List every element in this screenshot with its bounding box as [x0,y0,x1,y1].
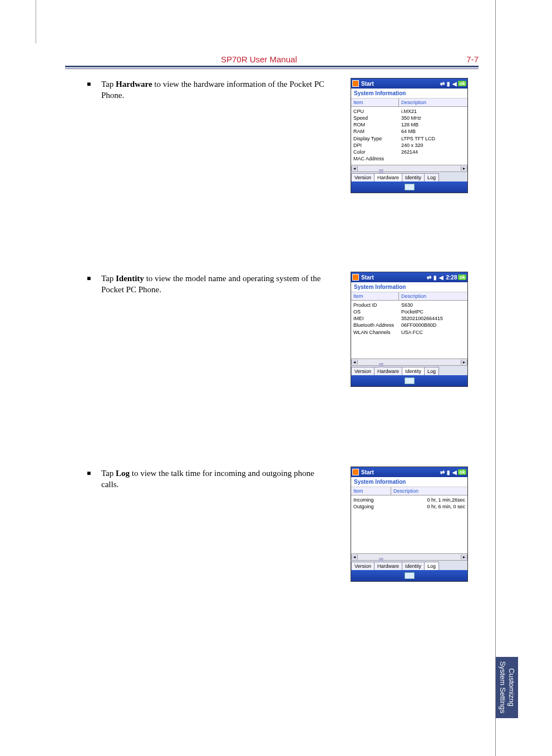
table-row: LTPS TFT LCD [401,135,465,142]
col-item: Item [351,487,391,495]
table-row: 0 hr, 1 min,26sec [393,497,465,503]
horizontal-scrollbar[interactable]: ◂ ▸ [351,553,467,560]
tab-bar: Version Hardware Identity Log [351,365,467,375]
scroll-right-icon[interactable]: ▸ [461,166,467,171]
table-row: S630 [401,302,465,308]
signal-icon[interactable]: ▮ [447,81,450,87]
tab-version[interactable]: Version [351,562,374,570]
signal-icon[interactable]: ▮ [433,274,437,281]
table-row: Color [353,149,397,155]
table-row: PocketPC [401,308,465,315]
bullet-icon: ■ [87,469,91,478]
bullet-3-text: Tap Log to view the talk time for incomi… [101,468,329,490]
table-row: USA FCC [401,329,465,336]
bullet-icon: ■ [87,80,91,89]
tab-hardware[interactable]: Hardware [374,562,402,570]
table-row: DPI [353,142,397,149]
speaker-icon[interactable]: ◀ [452,81,457,87]
screenshot-hardware: Start ⇄ ▮ ◀ ok System Information Item D… [351,78,468,193]
window-subtitle: System Information [351,282,467,292]
tab-log[interactable]: Log [424,367,439,375]
horizontal-scrollbar[interactable]: ◂ ▸ [351,359,467,365]
col-description: Description [399,292,467,301]
connectivity-icon[interactable]: ⇄ [440,469,445,475]
table-row: IMEI [353,315,397,322]
start-flag-icon[interactable] [352,469,359,475]
start-flag-icon[interactable] [352,274,359,281]
right-vertical-rule [495,0,496,756]
column-headers: Item Description [351,487,467,495]
ok-button[interactable]: ok [458,81,466,86]
table-row: 352021002664415 [401,315,465,322]
table-row: Product ID [353,302,397,308]
info-desc-col: i.MX21 350 MHz 128 MB 64 MB LTPS TFT LCD… [399,107,467,165]
ok-button[interactable]: ok [458,274,466,280]
header-title: SP70R User Manual [221,55,297,64]
info-items-col: Incoming Outgoing [351,495,391,513]
bullet-icon: ■ [87,274,91,283]
tab-bar: Version Hardware Identity Log [351,560,467,570]
start-label[interactable]: Start [361,274,374,281]
screenshot-identity: Start ⇄ ▮ ◀ 2:28 ok System Information I… [351,272,468,387]
table-row: Speed [353,115,397,121]
scroll-left-icon[interactable]: ◂ [351,554,358,559]
tab-version[interactable]: Version [351,367,374,375]
table-row: 350 MHz [401,115,465,121]
table-row: ROM [353,121,397,128]
bottom-bar [351,181,467,193]
info-desc-col: S630 PocketPC 352021002664415 06FF0000B8… [399,301,467,339]
scroll-left-icon[interactable]: ◂ [351,360,358,365]
screenshot-log: Start ⇄ ▮ ◀ ok System Information Item D… [351,467,468,582]
side-tab-line2: System Settings [499,661,507,714]
scroll-left-icon[interactable]: ◂ [351,166,358,171]
table-row: 0 hr, 6 min, 0 sec [393,503,465,510]
speaker-icon[interactable]: ◀ [439,274,443,281]
scroll-thumb[interactable] [379,558,383,562]
col-description: Description [391,487,467,495]
keyboard-icon[interactable] [405,184,415,190]
connectivity-icon[interactable]: ⇄ [427,274,431,281]
bullet-2-text: Tap Identity to view the model name and … [101,273,329,296]
col-item: Item [351,99,399,107]
connectivity-icon[interactable]: ⇄ [440,81,445,87]
tab-identity[interactable]: Identity [402,367,425,375]
column-headers: Item Description [351,99,467,107]
scroll-right-icon[interactable]: ▸ [461,360,467,365]
table-row: OS [353,308,397,315]
tab-identity[interactable]: Identity [402,173,425,181]
start-label[interactable]: Start [361,469,374,475]
side-chapter-tab: Customizng System Settings [496,657,518,718]
tab-bar: Version Hardware Identity Log [351,171,467,181]
tab-hardware[interactable]: Hardware [374,173,402,181]
keyboard-icon[interactable] [405,377,415,384]
table-row: MAC Address [353,155,397,162]
table-row: Display Type [353,135,397,142]
tab-identity[interactable]: Identity [402,562,425,570]
bullet-1-text: Tap Hardware to view the hardware inform… [101,78,329,101]
title-bar: Start ⇄ ▮ ◀ 2:28 ok [351,272,467,282]
table-row: 240 x 320 [401,142,465,149]
keyboard-icon[interactable] [405,572,415,579]
ok-button[interactable]: ok [458,469,466,475]
start-flag-icon[interactable] [352,80,359,87]
speaker-icon[interactable]: ◀ [452,469,457,475]
tab-version[interactable]: Version [351,173,374,181]
info-items-col: CPU Speed ROM RAM Display Type DPI Color… [351,107,399,165]
signal-icon[interactable]: ▮ [447,469,450,475]
tab-log[interactable]: Log [424,562,439,570]
table-row: 128 MB [401,121,465,128]
horizontal-scrollbar[interactable]: ◂ ▸ [351,165,467,171]
header-page-number: 7-7 [466,55,479,64]
scroll-thumb[interactable] [379,363,383,367]
column-headers: Item Description [351,292,467,301]
info-table: CPU Speed ROM RAM Display Type DPI Color… [351,107,467,165]
scroll-right-icon[interactable]: ▸ [461,554,467,559]
header-rule [65,66,479,69]
bottom-bar [351,570,467,581]
table-row: Incoming [353,497,389,503]
tab-log[interactable]: Log [424,173,439,181]
title-bar: Start ⇄ ▮ ◀ ok [351,78,467,89]
table-row: 64 MB [401,128,465,135]
tab-hardware[interactable]: Hardware [374,367,402,375]
start-label[interactable]: Start [361,81,374,87]
